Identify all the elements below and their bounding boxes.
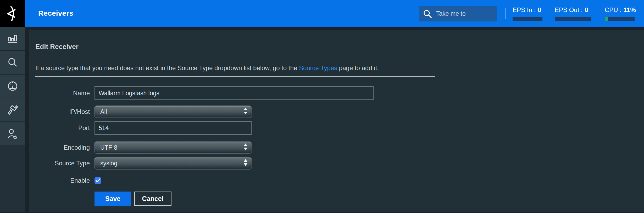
search-input[interactable] — [436, 10, 494, 17]
source-type-select[interactable]: syslog — [95, 158, 252, 169]
eps-in-stat: EPS In :0 — [513, 6, 542, 21]
top-header: Receivers EPS In :0 EPS Out :0 CPU :11% — [25, 0, 644, 27]
user-gear-icon — [7, 128, 19, 140]
eps-out-label: EPS Out : — [555, 6, 583, 13]
header-shadow-strip — [25, 27, 644, 30]
gauge-icon — [7, 80, 19, 92]
instruction-before: If a source type that you need does not … — [35, 64, 299, 71]
encoding-label: Encoding — [35, 144, 95, 151]
cpu-stat: CPU :11% — [605, 6, 635, 21]
eps-in-gauge — [513, 17, 542, 21]
sidebar-item-search[interactable] — [0, 51, 25, 74]
eps-out-gauge — [555, 17, 591, 21]
ip-host-selected-value: All — [100, 108, 107, 115]
cpu-label: CPU : — [605, 6, 621, 13]
sidebar-item-administration[interactable] — [0, 122, 25, 145]
instruction-text: If a source type that you need does not … — [35, 64, 379, 72]
form-row-source-type: Source Type syslog — [35, 158, 374, 169]
app-logo — [0, 0, 25, 27]
save-button[interactable]: Save — [95, 192, 131, 206]
search-icon — [423, 9, 432, 18]
sidebar-item-reports[interactable] — [0, 27, 25, 50]
edit-receiver-form: Name IP/Host All Port Encoding UTF-8 — [35, 86, 374, 206]
form-row-ip-host: IP/Host All — [35, 106, 374, 117]
take-me-to-search[interactable] — [419, 6, 497, 21]
hammer-icon — [7, 104, 19, 116]
ip-host-select[interactable]: All — [95, 106, 252, 117]
port-label: Port — [35, 124, 95, 132]
cpu-gauge-fill — [605, 17, 608, 21]
bottom-edge-strip — [0, 212, 644, 213]
source-type-label: Source Type — [35, 160, 95, 167]
form-row-actions: Save Cancel — [35, 192, 374, 206]
search-icon — [7, 56, 19, 68]
eps-out-value: 0 — [585, 6, 588, 13]
arcsight-logo-icon — [4, 4, 21, 23]
sidebar — [0, 0, 25, 213]
instruction-after: page to add it. — [337, 64, 379, 71]
main-content: Edit Receiver If a source type that you … — [29, 30, 644, 213]
bar-chart-icon — [7, 32, 19, 44]
cpu-value: 11% — [624, 6, 636, 13]
checkmark-icon — [96, 178, 100, 183]
source-type-selected-value: syslog — [100, 160, 117, 167]
select-arrows-icon — [244, 143, 247, 152]
sidebar-shadow-strip — [25, 27, 29, 213]
eps-in-value: 0 — [538, 6, 541, 13]
select-arrows-icon — [244, 108, 247, 116]
cancel-button[interactable]: Cancel — [134, 192, 171, 206]
enable-checkbox[interactable] — [95, 177, 101, 184]
select-arrows-icon — [244, 159, 247, 167]
encoding-select[interactable]: UTF-8 — [95, 142, 252, 153]
eps-in-label: EPS In : — [513, 6, 536, 13]
ip-host-label: IP/Host — [35, 108, 95, 115]
cpu-gauge — [605, 17, 635, 21]
name-label: Name — [35, 89, 95, 97]
enable-label: Enable — [35, 177, 95, 184]
form-row-enable: Enable — [35, 177, 374, 184]
page-title: Receivers — [38, 0, 73, 27]
port-input[interactable] — [95, 121, 252, 135]
eps-out-stat: EPS Out :0 — [555, 6, 591, 21]
sidebar-item-dashboards[interactable] — [0, 75, 25, 98]
divider-rule — [35, 76, 435, 77]
encoding-selected-value: UTF-8 — [100, 144, 117, 151]
form-row-port: Port — [35, 121, 374, 135]
sidebar-item-configuration[interactable] — [0, 98, 25, 121]
header-divider — [505, 8, 506, 19]
name-input[interactable] — [95, 86, 374, 100]
form-row-name: Name — [35, 86, 374, 100]
source-types-link[interactable]: Source Types — [299, 64, 337, 71]
section-title: Edit Receiver — [35, 43, 79, 51]
form-row-encoding: Encoding UTF-8 — [35, 142, 374, 153]
